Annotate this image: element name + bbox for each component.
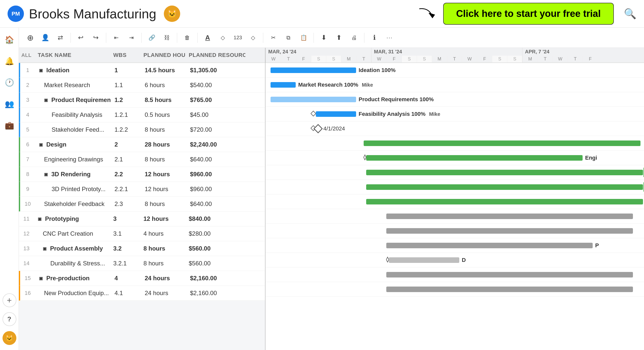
indent-left-button[interactable]: ⇤ — [110, 31, 123, 44]
wbs-12: 3.1 — [109, 226, 140, 241]
table-row[interactable]: 12 CNC Part Creation 3.1 4 hours $280.00 — [19, 226, 265, 241]
row-num-13: 13 — [19, 241, 34, 256]
wbs-4: 1.2.1 — [111, 108, 141, 122]
delete-button[interactable]: 🗑 — [181, 31, 194, 44]
collapse-icon-15[interactable]: ▣ — [39, 276, 43, 281]
gantt-header: MAR, 24 '24 W T F S S M T — [266, 48, 644, 63]
col-header-planned-hours: PLANNED HOURS — [140, 52, 185, 58]
sidebar-item-briefcase[interactable]: 💼 — [3, 118, 16, 132]
copy-button[interactable]: ⧉ — [282, 31, 295, 44]
gantt-week-label-3: APR, 7 '24 — [522, 48, 598, 56]
table-row[interactable]: 9 3D Printed Prototy... 2.2.1 12 hours $… — [19, 182, 265, 197]
gantt-label-eng-drawings: Engi — [585, 155, 597, 161]
scissors-button[interactable]: ✂ — [267, 31, 280, 44]
print-button[interactable]: 🖨 — [348, 31, 360, 44]
table-row[interactable]: 15 ▣Pre-production 4 24 hours $2,160.00 — [19, 271, 265, 286]
hours-4: 0.5 hours — [141, 108, 186, 122]
table-row[interactable]: 14 Durability & Stress... 3.2.1 8 hours … — [19, 256, 265, 271]
table-row[interactable]: 8 ▣3D Rendering 2.2 12 hours $960.00 — [19, 167, 265, 182]
sidebar-item-add[interactable]: + — [3, 293, 16, 307]
sidebar-item-home[interactable]: 🏠 — [3, 33, 16, 47]
gantt-bar-cnc — [386, 228, 633, 234]
cost-1: $1,305.00 — [186, 63, 247, 78]
export-button[interactable]: ⬆ — [333, 31, 345, 44]
collapse-icon-3[interactable]: ▣ — [44, 98, 48, 102]
table-row[interactable]: 7 Engineering Drawings 2.1 8 hours $640.… — [19, 152, 265, 167]
gantt-day: F — [477, 56, 492, 62]
milestone-button[interactable]: ◇ — [247, 31, 259, 44]
hours-6: 28 hours — [141, 137, 186, 152]
search-icon[interactable]: 🔍 — [624, 8, 636, 20]
gantt-row-15 — [266, 267, 644, 282]
hours-10: 8 hours — [141, 197, 186, 211]
row-num-1: 1 — [20, 63, 35, 78]
info-button[interactable]: ℹ — [368, 31, 381, 44]
indent-right-button[interactable]: ⇥ — [125, 31, 138, 44]
add-button[interactable]: ⊕ — [24, 31, 36, 44]
gantt-day-weekend: S — [311, 56, 326, 62]
gantt-row-9 — [266, 180, 644, 194]
avatar-top[interactable]: 🐱 — [164, 6, 180, 22]
sidebar-item-help[interactable]: ? — [3, 312, 16, 326]
cost-10: $640.00 — [186, 197, 247, 211]
user-add-button[interactable]: 👤 — [39, 31, 52, 44]
table-row[interactable]: 16 New Production Equip... 4.1 24 hours … — [19, 286, 265, 301]
gantt-bar-design — [364, 141, 640, 146]
sidebar-item-people[interactable]: 👥 — [3, 97, 16, 111]
hours-1: 14.5 hours — [141, 63, 186, 78]
gantt-row-14: D — [266, 253, 644, 267]
table-header: ALL TASK NAME WBS PLANNED HOURS PLANNED … — [19, 48, 265, 63]
task-name-10: Stakeholder Feedback — [35, 197, 111, 211]
avatar-sidebar[interactable]: 🐱 — [3, 331, 16, 345]
hours-3: 8.5 hours — [141, 93, 186, 107]
table-row[interactable]: 1 ▣Ideation 1 14.5 hours $1,305.00 — [19, 63, 265, 78]
pm-logo[interactable]: PM — [8, 6, 24, 22]
collapse-icon-6[interactable]: ▣ — [39, 142, 43, 147]
table-row[interactable]: 3 ▣Product Requirements 1.2 8.5 hours $7… — [19, 93, 265, 108]
link-button[interactable]: 🔗 — [145, 31, 158, 44]
gantt-day: W — [553, 56, 568, 62]
sidebar-item-clock[interactable]: 🕐 — [3, 76, 16, 89]
gantt-day: M — [341, 56, 356, 62]
cost-3: $765.00 — [186, 93, 247, 107]
table-row[interactable]: 4 Feasibility Analysis 1.2.1 0.5 hours $… — [19, 108, 265, 122]
hours-11: 12 hours — [140, 212, 185, 226]
gantt-section: MAR, 24 '24 W T F S S M T — [266, 48, 644, 350]
collapse-icon-11[interactable]: ▣ — [38, 217, 42, 221]
table-row[interactable]: 10 Stakeholder Feedback 2.3 8 hours $640… — [19, 197, 265, 212]
task-name-3: ▣Product Requirements — [35, 93, 111, 107]
row-num-16: 16 — [20, 286, 35, 300]
number-button[interactable]: 123 — [232, 31, 244, 44]
gantt-label-milestone: 4/1/2024 — [323, 125, 345, 132]
text-color-button[interactable]: A — [201, 31, 214, 44]
table-row[interactable]: 11 ▣Prototyping 3 12 hours $840.00 — [19, 212, 265, 226]
dependency-button[interactable]: ⛓ — [161, 31, 173, 44]
wbs-5: 1.2.2 — [111, 122, 141, 137]
row-num-12: 12 — [19, 226, 34, 241]
cta-button[interactable]: Click here to start your free trial — [443, 3, 614, 25]
redo-button[interactable]: ↪ — [90, 31, 102, 44]
table-row[interactable]: 13 ▣Product Assembly 3.2 8 hours $560.00 — [19, 241, 265, 256]
gantt-bar-preproduction — [386, 272, 633, 277]
sync-button[interactable]: ⇄ — [54, 31, 67, 44]
gantt-bar-market-research — [271, 82, 296, 88]
gantt-label-market-research: Market Research 100% Mike — [298, 82, 373, 88]
undo-button[interactable]: ↩ — [74, 31, 87, 44]
sidebar-item-notifications[interactable]: 🔔 — [3, 54, 16, 68]
gantt-bar-3d-printed — [366, 184, 643, 190]
separator-6 — [263, 33, 263, 43]
table-row[interactable]: 2 Market Research 1.1 6 hours $540.00 — [19, 78, 265, 93]
row-num-11: 11 — [19, 212, 34, 226]
collapse-icon-8[interactable]: ▣ — [44, 172, 48, 177]
table-row[interactable]: 5 Stakeholder Feed... 1.2.2 8 hours $720… — [19, 122, 265, 137]
table-row[interactable]: 6 ▣Design 2 28 hours $2,240.00 — [19, 137, 265, 152]
row-num-6: 6 — [20, 137, 35, 152]
wbs-13: 3.2 — [109, 241, 140, 256]
download-button[interactable]: ⬇ — [318, 31, 330, 44]
collapse-icon-13[interactable]: ▣ — [43, 246, 47, 251]
collapse-icon-1[interactable]: ▣ — [39, 68, 43, 73]
task-name-7: Engineering Drawings — [35, 152, 111, 167]
paste-button[interactable]: 📋 — [297, 31, 310, 44]
highlight-button[interactable]: ◇ — [216, 31, 229, 44]
more-button[interactable]: ··· — [383, 31, 396, 44]
